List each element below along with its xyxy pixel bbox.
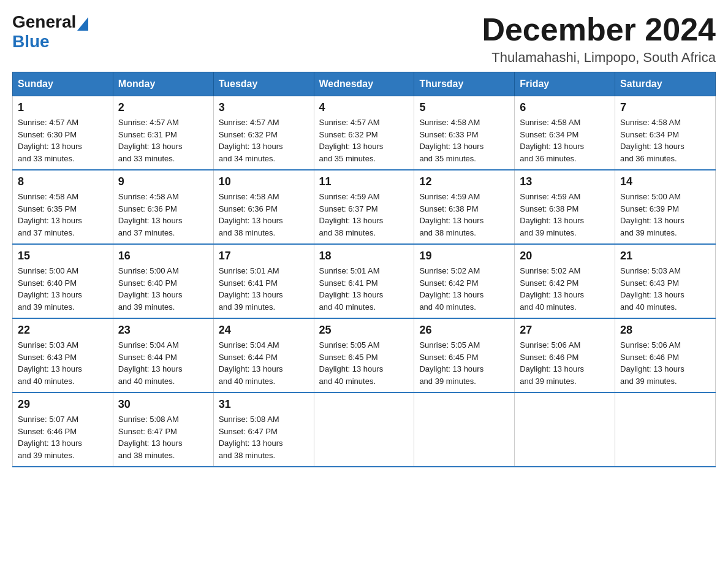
calendar-cell: 12 Sunrise: 4:59 AM Sunset: 6:38 PM Dayl… [414, 170, 515, 244]
day-info: Sunrise: 4:59 AM Sunset: 6:37 PM Dayligh… [319, 191, 409, 239]
day-number: 27 [520, 324, 610, 337]
day-info: Sunrise: 4:57 AM Sunset: 6:31 PM Dayligh… [118, 117, 208, 164]
calendar-cell: 27 Sunrise: 5:06 AM Sunset: 6:46 PM Dayl… [515, 318, 615, 393]
calendar-cell: 15 Sunrise: 5:00 AM Sunset: 6:40 PM Dayl… [13, 244, 113, 318]
day-info: Sunrise: 5:00 AM Sunset: 6:40 PM Dayligh… [18, 265, 108, 313]
day-number: 24 [219, 324, 309, 337]
header-day-monday: Monday [113, 72, 213, 96]
calendar-title: December 2024 [482, 12, 716, 47]
week-row-2: 8 Sunrise: 4:58 AM Sunset: 6:35 PM Dayli… [13, 170, 716, 244]
week-row-4: 22 Sunrise: 5:03 AM Sunset: 6:43 PM Dayl… [13, 318, 716, 393]
calendar-header: SundayMondayTuesdayWednesdayThursdayFrid… [13, 72, 716, 96]
calendar-cell: 3 Sunrise: 4:57 AM Sunset: 6:32 PM Dayli… [213, 96, 314, 170]
calendar-body: 1 Sunrise: 4:57 AM Sunset: 6:30 PM Dayli… [13, 96, 716, 467]
day-number: 9 [118, 175, 208, 188]
day-number: 7 [620, 101, 710, 114]
day-info: Sunrise: 4:58 AM Sunset: 6:34 PM Dayligh… [520, 117, 610, 164]
logo: General [12, 12, 89, 32]
calendar-cell: 17 Sunrise: 5:01 AM Sunset: 6:41 PM Dayl… [213, 244, 314, 318]
calendar-cell: 29 Sunrise: 5:07 AM Sunset: 6:46 PM Dayl… [13, 393, 113, 467]
day-info: Sunrise: 4:58 AM Sunset: 6:36 PM Dayligh… [219, 191, 309, 239]
day-info: Sunrise: 4:59 AM Sunset: 6:38 PM Dayligh… [520, 191, 610, 239]
day-info: Sunrise: 5:04 AM Sunset: 6:44 PM Dayligh… [219, 339, 309, 387]
calendar-table: SundayMondayTuesdayWednesdayThursdayFrid… [12, 72, 716, 467]
day-number: 28 [620, 324, 710, 337]
calendar-cell: 11 Sunrise: 4:59 AM Sunset: 6:37 PM Dayl… [314, 170, 414, 244]
day-info: Sunrise: 4:58 AM Sunset: 6:33 PM Dayligh… [419, 117, 509, 164]
day-number: 30 [118, 398, 208, 411]
day-number: 1 [18, 101, 108, 114]
header: General Blue December 2024 Thulamahashi,… [12, 12, 716, 66]
day-number: 16 [118, 250, 208, 262]
day-info: Sunrise: 5:08 AM Sunset: 6:47 PM Dayligh… [219, 413, 309, 461]
day-number: 2 [118, 101, 208, 114]
calendar-cell [515, 393, 615, 467]
day-info: Sunrise: 4:58 AM Sunset: 6:34 PM Dayligh… [620, 117, 710, 164]
day-number: 10 [219, 175, 309, 188]
logo-area: General Blue [12, 12, 89, 52]
calendar-cell: 19 Sunrise: 5:02 AM Sunset: 6:42 PM Dayl… [414, 244, 515, 318]
week-row-1: 1 Sunrise: 4:57 AM Sunset: 6:30 PM Dayli… [13, 96, 716, 170]
calendar-cell: 4 Sunrise: 4:57 AM Sunset: 6:32 PM Dayli… [314, 96, 414, 170]
day-number: 5 [419, 101, 509, 114]
day-number: 11 [319, 175, 409, 188]
title-area: December 2024 Thulamahashi, Limpopo, Sou… [482, 12, 716, 66]
calendar-cell [314, 393, 414, 467]
day-info: Sunrise: 5:01 AM Sunset: 6:41 PM Dayligh… [319, 265, 409, 313]
day-info: Sunrise: 5:07 AM Sunset: 6:46 PM Dayligh… [18, 413, 108, 461]
calendar-cell: 21 Sunrise: 5:03 AM Sunset: 6:43 PM Dayl… [615, 244, 716, 318]
day-number: 29 [18, 398, 108, 411]
calendar-cell: 7 Sunrise: 4:58 AM Sunset: 6:34 PM Dayli… [615, 96, 716, 170]
calendar-cell: 28 Sunrise: 5:06 AM Sunset: 6:46 PM Dayl… [615, 318, 716, 393]
day-info: Sunrise: 4:58 AM Sunset: 6:36 PM Dayligh… [118, 191, 208, 239]
day-info: Sunrise: 5:05 AM Sunset: 6:45 PM Dayligh… [319, 339, 409, 387]
day-number: 6 [520, 101, 610, 114]
calendar-cell: 9 Sunrise: 4:58 AM Sunset: 6:36 PM Dayli… [113, 170, 213, 244]
week-row-3: 15 Sunrise: 5:00 AM Sunset: 6:40 PM Dayl… [13, 244, 716, 318]
calendar-cell: 1 Sunrise: 4:57 AM Sunset: 6:30 PM Dayli… [13, 96, 113, 170]
calendar-cell: 13 Sunrise: 4:59 AM Sunset: 6:38 PM Dayl… [515, 170, 615, 244]
day-info: Sunrise: 5:01 AM Sunset: 6:41 PM Dayligh… [219, 265, 309, 313]
calendar-cell: 22 Sunrise: 5:03 AM Sunset: 6:43 PM Dayl… [13, 318, 113, 393]
day-info: Sunrise: 4:57 AM Sunset: 6:32 PM Dayligh… [319, 117, 409, 164]
day-info: Sunrise: 5:00 AM Sunset: 6:39 PM Dayligh… [620, 191, 710, 239]
day-number: 19 [419, 250, 509, 262]
day-number: 31 [219, 398, 309, 411]
calendar-cell: 31 Sunrise: 5:08 AM Sunset: 6:47 PM Dayl… [213, 393, 314, 467]
day-number: 25 [319, 324, 409, 337]
day-number: 12 [419, 175, 509, 188]
calendar-cell [414, 393, 515, 467]
week-row-5: 29 Sunrise: 5:07 AM Sunset: 6:46 PM Dayl… [13, 393, 716, 467]
day-info: Sunrise: 5:06 AM Sunset: 6:46 PM Dayligh… [520, 339, 610, 387]
day-number: 20 [520, 250, 610, 262]
day-info: Sunrise: 5:02 AM Sunset: 6:42 PM Dayligh… [520, 265, 610, 313]
day-number: 8 [18, 175, 108, 188]
day-number: 13 [520, 175, 610, 188]
calendar-cell: 20 Sunrise: 5:02 AM Sunset: 6:42 PM Dayl… [515, 244, 615, 318]
day-number: 23 [118, 324, 208, 337]
day-info: Sunrise: 4:58 AM Sunset: 6:35 PM Dayligh… [18, 191, 108, 239]
day-number: 22 [18, 324, 108, 337]
day-info: Sunrise: 5:08 AM Sunset: 6:47 PM Dayligh… [118, 413, 208, 461]
calendar-cell: 16 Sunrise: 5:00 AM Sunset: 6:40 PM Dayl… [113, 244, 213, 318]
logo-general-text: General [12, 12, 76, 32]
day-number: 14 [620, 175, 710, 188]
day-info: Sunrise: 5:04 AM Sunset: 6:44 PM Dayligh… [118, 339, 208, 387]
location-subtitle: Thulamahashi, Limpopo, South Africa [482, 50, 716, 66]
calendar-cell: 8 Sunrise: 4:58 AM Sunset: 6:35 PM Dayli… [13, 170, 113, 244]
calendar-cell: 6 Sunrise: 4:58 AM Sunset: 6:34 PM Dayli… [515, 96, 615, 170]
header-day-thursday: Thursday [414, 72, 515, 96]
calendar-cell: 14 Sunrise: 5:00 AM Sunset: 6:39 PM Dayl… [615, 170, 716, 244]
day-number: 21 [620, 250, 710, 262]
day-number: 18 [319, 250, 409, 262]
day-info: Sunrise: 5:03 AM Sunset: 6:43 PM Dayligh… [620, 265, 710, 313]
calendar-cell: 26 Sunrise: 5:05 AM Sunset: 6:45 PM Dayl… [414, 318, 515, 393]
header-day-wednesday: Wednesday [314, 72, 414, 96]
header-day-tuesday: Tuesday [213, 72, 314, 96]
calendar-cell: 25 Sunrise: 5:05 AM Sunset: 6:45 PM Dayl… [314, 318, 414, 393]
day-info: Sunrise: 4:59 AM Sunset: 6:38 PM Dayligh… [419, 191, 509, 239]
calendar-cell: 30 Sunrise: 5:08 AM Sunset: 6:47 PM Dayl… [113, 393, 213, 467]
calendar-cell: 10 Sunrise: 4:58 AM Sunset: 6:36 PM Dayl… [213, 170, 314, 244]
day-info: Sunrise: 5:05 AM Sunset: 6:45 PM Dayligh… [419, 339, 509, 387]
calendar-cell: 23 Sunrise: 5:04 AM Sunset: 6:44 PM Dayl… [113, 318, 213, 393]
